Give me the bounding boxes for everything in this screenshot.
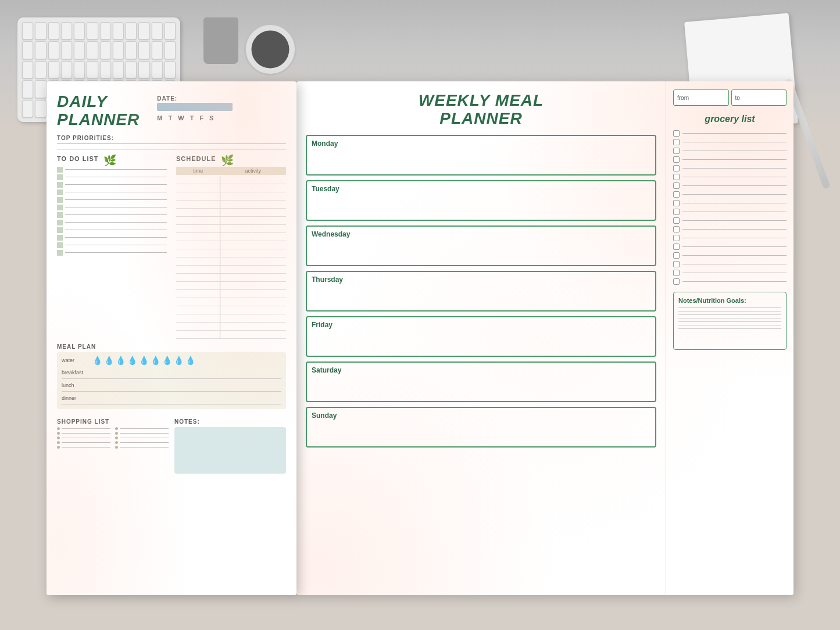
grocery-checkbox[interactable] <box>673 278 680 285</box>
todo-checkbox[interactable] <box>57 197 63 203</box>
todo-item <box>57 205 167 210</box>
water-row: water 💧 💧 💧 💧 💧 💧 💧 💧 💧 <box>62 356 281 365</box>
day-name-friday: Friday <box>312 321 650 329</box>
todo-checkbox[interactable] <box>57 220 63 225</box>
to-label: to <box>735 95 740 101</box>
drop: 💧 <box>185 356 195 365</box>
grocery-checkbox[interactable] <box>673 252 680 259</box>
grocery-item <box>673 182 787 189</box>
grocery-checkbox[interactable] <box>673 148 680 154</box>
todo-schedule-cols: TO DO LIST 🌿 <box>57 154 286 339</box>
todo-list-section: TO DO LIST 🌿 <box>57 154 167 339</box>
drop: 💧 <box>92 356 102 365</box>
water-label: water <box>62 357 88 363</box>
day-box-friday[interactable]: Friday <box>306 316 656 357</box>
grocery-item <box>673 200 787 206</box>
schedule-row <box>176 233 286 241</box>
grocery-checkbox[interactable] <box>673 165 680 171</box>
grocery-item <box>673 278 787 285</box>
grocery-sidebar: from to grocery list <box>666 81 793 595</box>
date-range-from[interactable]: from <box>673 90 729 106</box>
todo-item <box>57 197 167 203</box>
todo-item <box>57 189 167 195</box>
todo-checkbox[interactable] <box>57 235 63 241</box>
todo-checkbox[interactable] <box>57 189 63 195</box>
schedule-row <box>176 274 286 282</box>
day-box-monday[interactable]: Monday <box>306 135 656 176</box>
grocery-checkbox[interactable] <box>673 235 680 241</box>
grocery-checkbox[interactable] <box>673 209 680 215</box>
meal-plan-label: MEAL PLAN <box>57 343 286 350</box>
schedule-row <box>176 184 286 192</box>
shop-item <box>57 441 110 444</box>
top-priorities-section: TOP PRIORITIES: <box>57 135 286 149</box>
grocery-checkbox[interactable] <box>673 139 680 145</box>
todo-checkbox[interactable] <box>57 250 63 256</box>
grocery-checkbox[interactable] <box>673 174 680 180</box>
grocery-item <box>673 209 787 215</box>
todo-checkbox[interactable] <box>57 167 63 173</box>
todo-checkbox[interactable] <box>57 174 63 180</box>
day-box-saturday[interactable]: Saturday <box>306 361 656 402</box>
schedule-row <box>176 266 286 274</box>
drop: 💧 <box>104 356 114 365</box>
breakfast-row: breakfast <box>62 367 281 379</box>
shopping-col-2 <box>115 427 169 449</box>
todo-checkbox[interactable] <box>57 205 63 210</box>
leaf-icon-todo: 🌿 <box>103 154 116 167</box>
todo-item <box>57 242 167 248</box>
grocery-checkbox[interactable] <box>673 182 680 189</box>
weekly-main: WEEKLY MEAL PLANNER Monday Tuesday Wedne… <box>296 81 666 595</box>
date-range-to[interactable]: to <box>731 90 787 106</box>
day-box-thursday[interactable]: Thursday <box>306 271 656 312</box>
day-box-tuesday[interactable]: Tuesday <box>306 180 656 221</box>
schedule-row <box>176 298 286 306</box>
grocery-checkbox[interactable] <box>673 217 680 224</box>
drop: 💧 <box>174 356 184 365</box>
notes-nutrition-box[interactable]: Notes/Nutrition Goals: <box>673 292 787 350</box>
schedule-row <box>176 314 286 323</box>
notes-label: NOTES: <box>174 418 286 425</box>
grocery-item <box>673 165 787 171</box>
todo-checkbox[interactable] <box>57 182 63 188</box>
grocery-checkbox[interactable] <box>673 270 680 276</box>
shop-item <box>57 436 110 439</box>
grocery-checkbox[interactable] <box>673 156 680 163</box>
schedule-row <box>176 241 286 249</box>
date-range-row: from to <box>673 90 787 106</box>
drop: 💧 <box>139 356 149 365</box>
weekly-planner-title: WEEKLY MEAL PLANNER <box>306 92 656 128</box>
grocery-checkbox[interactable] <box>673 244 680 250</box>
grocery-checkbox[interactable] <box>673 226 680 232</box>
day-name-wednesday: Wednesday <box>312 230 650 238</box>
grocery-checkbox[interactable] <box>673 191 680 198</box>
daily-planner-title: DAILY PLANNER <box>57 93 140 129</box>
todo-checkbox[interactable] <box>57 227 63 233</box>
shop-item <box>57 432 110 435</box>
todo-checkbox[interactable] <box>57 242 63 248</box>
todo-list-label: TO DO LIST <box>57 155 99 162</box>
days-row: M T W T F S <box>157 114 233 121</box>
schedule-row <box>176 290 286 298</box>
grocery-checkbox[interactable] <box>673 130 680 137</box>
notes-box[interactable] <box>174 427 286 474</box>
todo-checkbox[interactable] <box>57 212 63 218</box>
shop-item <box>115 446 169 449</box>
grocery-item <box>673 270 787 276</box>
grocery-item <box>673 235 787 241</box>
schedule-row <box>176 201 286 209</box>
shop-item <box>115 427 169 430</box>
day-name-thursday: Thursday <box>312 275 650 284</box>
day-box-wednesday[interactable]: Wednesday <box>306 225 656 266</box>
schedule-label: SCHEDULE <box>176 155 216 162</box>
schedule-row <box>176 306 286 314</box>
notes-section: NOTES: <box>174 414 286 474</box>
date-input-bar[interactable] <box>157 103 233 111</box>
grocery-item <box>673 226 787 232</box>
grocery-checkbox[interactable] <box>673 261 680 267</box>
day-box-sunday[interactable]: Sunday <box>306 407 656 448</box>
planners-container: DAILY PLANNER DATE: M T W T F S TOP PRIO… <box>47 81 793 595</box>
grocery-list-title: grocery list <box>673 114 787 124</box>
grocery-checkbox[interactable] <box>673 200 680 206</box>
day-name-monday: Monday <box>312 139 650 148</box>
